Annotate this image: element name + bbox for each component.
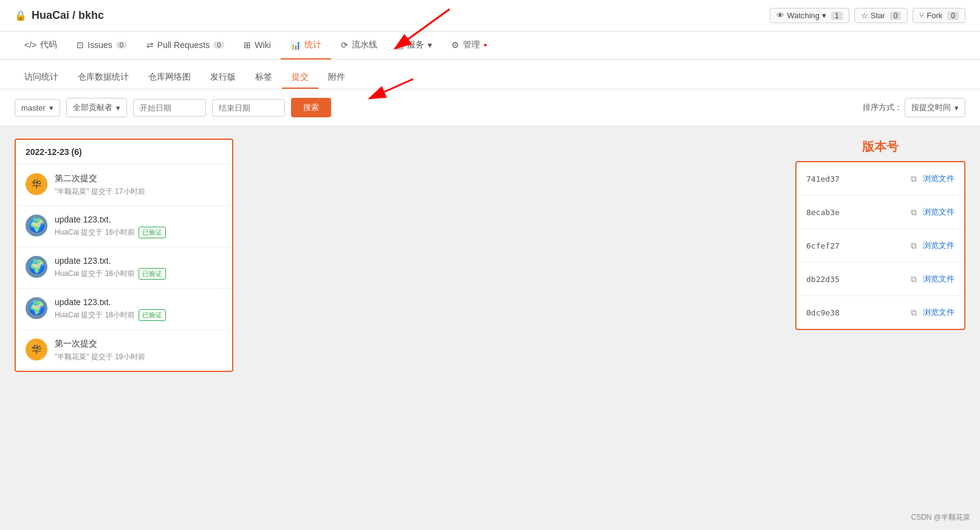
subnav-network[interactable]: 仓库网络图: [139, 67, 200, 89]
star-button[interactable]: ☆ Star 0: [854, 8, 908, 23]
nav-item-pr[interactable]: ⇄ Pull Requests 0: [137, 32, 235, 60]
nav-item-stats[interactable]: 📊 统计: [281, 32, 331, 60]
version-hash: 0dc9e38: [806, 308, 905, 317]
nav-item-issues[interactable]: ⊡ Issues 0: [67, 32, 137, 60]
subnav-release[interactable]: 发行版: [200, 67, 245, 89]
verified-badge: 已验证: [139, 268, 166, 280]
avatar: 🌍: [26, 256, 47, 278]
copy-icon[interactable]: ⧉: [911, 207, 917, 218]
verified-badge: 已验证: [139, 227, 166, 238]
version-hash: 741ed37: [806, 174, 905, 184]
lock-icon: 🔒: [15, 10, 27, 21]
star-icon: ☆: [861, 11, 868, 20]
commit-title[interactable]: update 123.txt.: [55, 215, 222, 224]
commit-item: 华 第二次提交 "半颗花菜" 提交于 17小时前: [16, 165, 232, 206]
top-bar: 🔒 HuaCai / bkhc 👁 Watching ▾ 1 ☆ Star 0 …: [0, 0, 980, 32]
browse-link[interactable]: 浏览文件: [923, 173, 954, 184]
avatar-text: 🌍: [29, 259, 45, 275]
filter-bar: master ▾ 全部贡献者 ▾ 搜索 排序方式： 按提交时间 ▾: [0, 89, 980, 126]
sub-nav: 访问统计 仓库数据统计 仓库网络图 发行版 标签 提交 附件: [0, 60, 980, 89]
filter-left: master ▾ 全部贡献者 ▾ 搜索: [15, 98, 331, 117]
avatar: 华: [26, 339, 47, 360]
start-date-input[interactable]: [133, 99, 206, 117]
subnav-attachments[interactable]: 附件: [318, 67, 355, 89]
end-date-input[interactable]: [212, 99, 285, 117]
version-hash: db22d35: [806, 275, 905, 284]
subnav-tags[interactable]: 标签: [245, 67, 282, 89]
copy-icon[interactable]: ⧉: [911, 274, 917, 284]
fork-count: 0: [947, 12, 959, 20]
watching-button[interactable]: 👁 Watching ▾ 1: [770, 8, 849, 23]
nav-item-code[interactable]: </> 代码: [15, 32, 67, 60]
subnav-commits[interactable]: 提交: [282, 67, 318, 89]
fork-label: Fork: [927, 11, 942, 20]
chevron-services-icon: ▾: [428, 40, 432, 50]
wiki-icon: ⊞: [244, 40, 251, 50]
commit-info: 第一次提交 "半颗花菜" 提交于 19小时前: [55, 339, 222, 362]
subnav-visit[interactable]: 访问统计: [15, 67, 68, 89]
commit-info: 第二次提交 "半颗花菜" 提交于 17小时前: [55, 173, 222, 197]
sort-chevron-icon: ▾: [954, 103, 959, 112]
browse-link[interactable]: 浏览文件: [923, 307, 954, 318]
copy-icon[interactable]: ⧉: [911, 308, 917, 318]
nav-services-label: 服务: [407, 40, 424, 50]
nav-code-label: 代码: [40, 40, 57, 50]
top-actions: 👁 Watching ▾ 1 ☆ Star 0 ⑂ Fork 0: [770, 8, 965, 23]
browse-link[interactable]: 浏览文件: [923, 274, 954, 284]
commit-info: update 123.txt. HuaCai 提交于 18小时前 已验证: [55, 215, 222, 238]
subnav-repodata[interactable]: 仓库数据统计: [68, 67, 139, 89]
nav-manage-label: 管理: [463, 40, 480, 50]
fork-icon: ⑂: [919, 11, 924, 20]
manage-icon: ⚙: [451, 40, 459, 50]
code-icon: </>: [24, 40, 36, 50]
commit-title[interactable]: update 123.txt.: [55, 256, 222, 266]
nav-item-wiki[interactable]: ⊞ Wiki: [234, 32, 280, 60]
contributor-select[interactable]: 全部贡献者 ▾: [66, 98, 127, 117]
commit-item: 华 第一次提交 "半颗花菜" 提交于 19小时前: [16, 330, 232, 371]
copy-icon[interactable]: ⧉: [911, 241, 917, 251]
browse-link[interactable]: 浏览文件: [923, 207, 954, 218]
nav-pipeline-label: 流水线: [352, 40, 377, 50]
copy-icon[interactable]: ⧉: [911, 174, 917, 184]
issues-badge: 0: [116, 41, 127, 49]
left-panel: 2022-12-23 (6) 华 第二次提交 "半颗花菜" 提交于 17小时前: [15, 139, 233, 523]
date-value: 2022-12-23: [26, 147, 69, 157]
branch-select[interactable]: master ▾: [15, 99, 60, 117]
nav-bar: </> 代码 ⊡ Issues 0 ⇄ Pull Requests 0 ⊞ Wi…: [0, 32, 980, 60]
nav-wiki-label: Wiki: [255, 40, 270, 50]
issues-icon: ⊡: [77, 40, 84, 50]
sort-select[interactable]: 按提交时间 ▾: [905, 98, 965, 117]
services-icon: △: [397, 40, 403, 50]
avatar-text: 🌍: [29, 218, 45, 233]
version-title: 版本号: [795, 139, 965, 155]
commit-title[interactable]: update 123.txt.: [55, 297, 222, 307]
commit-meta: HuaCai 提交于 18小时前 已验证: [55, 227, 222, 238]
version-hash: 8ecab3e: [806, 208, 905, 217]
nav-stats-label: 统计: [304, 40, 321, 50]
right-panel: 版本号 741ed37 ⧉ 浏览文件 8ecab3e ⧉ 浏览文件 6cfef2…: [245, 139, 965, 523]
repo-name: HuaCai / bkhc: [32, 9, 104, 22]
nav-item-services[interactable]: △ 服务 ▾: [387, 32, 442, 60]
version-row: 741ed37 ⧉ 浏览文件: [797, 162, 964, 196]
nav-item-manage[interactable]: ⚙ 管理 ●: [442, 32, 497, 60]
avatar-text: 华: [32, 343, 41, 356]
nav-issues-label: Issues: [87, 40, 112, 50]
fork-button[interactable]: ⑂ Fork 0: [913, 8, 965, 23]
pr-badge: 0: [213, 41, 224, 49]
commit-title[interactable]: 第二次提交: [55, 173, 222, 184]
date-count: (6): [72, 147, 82, 157]
avatar: 🌍: [26, 297, 47, 319]
search-button[interactable]: 搜索: [291, 98, 331, 117]
eye-icon: 👁: [776, 11, 784, 20]
branch-label: master: [21, 103, 46, 112]
version-row: 6cfef27 ⧉ 浏览文件: [797, 229, 964, 263]
contributor-chevron-icon: ▾: [116, 103, 120, 112]
commit-title[interactable]: 第一次提交: [55, 339, 222, 349]
version-row: 0dc9e38 ⧉ 浏览文件: [797, 296, 964, 329]
date-group: 2022-12-23 (6) 华 第二次提交 "半颗花菜" 提交于 17小时前: [15, 139, 233, 372]
nav-item-pipeline[interactable]: ⟳ 流水线: [331, 32, 387, 60]
version-table: 741ed37 ⧉ 浏览文件 8ecab3e ⧉ 浏览文件 6cfef27 ⧉ …: [795, 161, 965, 330]
stats-icon: 📊: [290, 40, 301, 50]
browse-link[interactable]: 浏览文件: [923, 240, 954, 251]
chevron-down-icon: ▾: [822, 11, 826, 20]
